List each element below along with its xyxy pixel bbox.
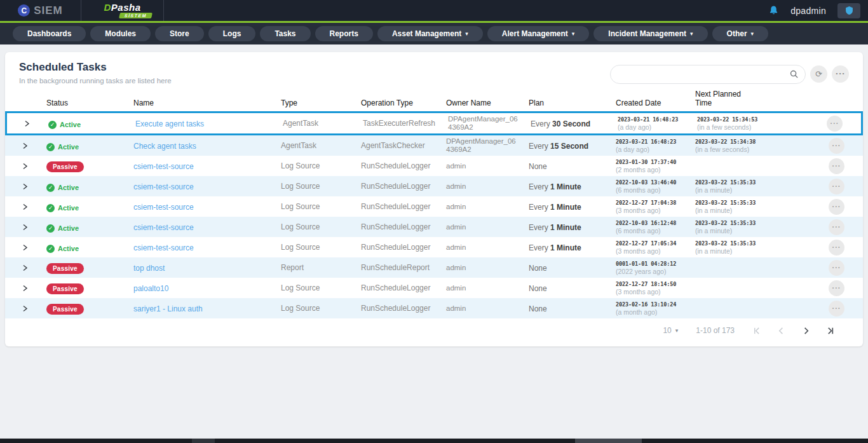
nav-item-modules[interactable]: Modules	[90, 26, 151, 41]
nav-item-other[interactable]: Other▾	[712, 26, 769, 41]
table-row[interactable]: ✓Active csiem-test-source Log Source Run…	[5, 237, 863, 257]
task-type: Log Source	[277, 243, 357, 252]
task-type: AgentTask	[277, 141, 357, 150]
username-label[interactable]: dpadmin	[790, 6, 826, 16]
chevron-down-icon: ▾	[690, 31, 693, 37]
row-menu-button[interactable]: ···	[827, 116, 843, 132]
created-date: 2022-12-27 17:04:38(3 months ago)	[612, 199, 691, 215]
task-name-link[interactable]: paloalto10	[133, 284, 168, 293]
table-row[interactable]: ✓Active Execute agent tasks AgentTask Ta…	[5, 111, 863, 135]
row-expand-chevron[interactable]	[21, 243, 29, 252]
table-row[interactable]: ✓Active Check agent tasks AgentTask Agen…	[5, 135, 863, 156]
task-name-link[interactable]: csiem-test-source	[133, 203, 194, 212]
nav-item-reports[interactable]: Reports	[315, 26, 373, 41]
page-size-select[interactable]: 10 ▾	[663, 326, 678, 335]
pagination-range: 1-10 of 173	[696, 326, 735, 335]
nav-item-asset-management[interactable]: Asset Management▾	[377, 26, 483, 41]
owner-name: admin	[442, 264, 522, 272]
table-row[interactable]: Passive csiem-test-source Log Source Run…	[5, 156, 863, 176]
nav-item-incident-management[interactable]: Incident Management▾	[593, 26, 707, 41]
table-row[interactable]: ✓Active csiem-test-source Log Source Run…	[5, 217, 863, 237]
task-name-link[interactable]: csiem-test-source	[133, 223, 194, 232]
table-row[interactable]: Passive paloalto10 Log Source RunSchedul…	[5, 278, 863, 298]
next-page-button[interactable]	[802, 327, 810, 335]
next-planned-time: 2023-03-22 15:35:33(in a minute)	[691, 179, 825, 194]
row-menu-button[interactable]: ···	[829, 219, 844, 235]
row-expand-chevron[interactable]	[21, 263, 29, 273]
nav-item-store[interactable]: Store	[155, 26, 204, 41]
plan: Every 1 Minute	[525, 221, 612, 233]
task-name-link[interactable]: csiem-test-source	[133, 162, 194, 171]
search-input[interactable]	[620, 70, 789, 79]
notifications-bell-icon[interactable]	[768, 5, 779, 16]
column-header-created-date: Created Date	[612, 99, 691, 108]
status-badge: ✓Active	[48, 121, 81, 129]
task-type: Log Source	[277, 283, 357, 292]
row-menu-button[interactable]: ···	[829, 138, 844, 154]
row-expand-chevron[interactable]	[21, 182, 29, 191]
task-name-link[interactable]: sariyer1 - Linux auth	[133, 304, 203, 313]
row-expand-chevron[interactable]	[21, 283, 29, 293]
table-row[interactable]: ✓Active csiem-test-source Log Source Run…	[5, 176, 863, 196]
scheduled-tasks-panel: Scheduled Tasks In the background runnin…	[5, 52, 863, 346]
status-badge: Passive	[46, 304, 84, 315]
task-name-link[interactable]: Execute agent tasks	[135, 119, 204, 128]
previous-page-button[interactable]	[777, 327, 785, 335]
refresh-button[interactable]: ⟳	[810, 65, 827, 83]
owner-name: admin	[442, 243, 522, 252]
plan: None	[525, 262, 612, 273]
plan: Every 1 Minute	[525, 181, 612, 192]
task-type: Log Source	[277, 182, 357, 191]
status-badge: Passive	[46, 263, 84, 274]
table-header: Status Name Type Operation Type Owner Na…	[5, 90, 863, 111]
task-name-link[interactable]: top dhost	[133, 264, 165, 273]
column-header-status: Status	[41, 99, 130, 108]
first-page-button[interactable]	[752, 327, 761, 335]
nav-item-dashboards[interactable]: Dashboards	[13, 26, 86, 41]
table-row[interactable]: Passive sariyer1 - Linux auth Log Source…	[5, 298, 863, 318]
row-expand-chevron[interactable]	[21, 141, 29, 151]
row-expand-chevron[interactable]	[21, 202, 29, 212]
active-check-icon: ✓	[46, 184, 55, 192]
task-name-link[interactable]: csiem-test-source	[133, 182, 194, 191]
table-options-button[interactable]: ···	[832, 65, 849, 83]
row-menu-button[interactable]: ···	[829, 280, 844, 296]
row-menu-button[interactable]: ···	[829, 260, 844, 276]
owner-name: admin	[442, 304, 522, 313]
refresh-icon: ⟳	[815, 70, 822, 78]
owner-name: admin	[442, 162, 522, 170]
last-page-button[interactable]	[827, 327, 835, 335]
row-expand-chevron[interactable]	[21, 161, 29, 171]
status-badge: ✓Active	[46, 245, 79, 253]
profile-shield-button[interactable]	[837, 3, 860, 18]
created-date: 2023-03-21 16:48:23(a day ago)	[614, 116, 693, 132]
row-expand-chevron[interactable]	[21, 222, 29, 232]
task-name-link[interactable]: Check agent tasks	[133, 142, 196, 151]
table-row[interactable]: Passive top dhost Report RunScheduleRepo…	[5, 257, 863, 278]
owner-name: DPAgentManager_06 4369A2	[444, 115, 524, 132]
created-date: 2023-01-30 17:37:40(2 months ago)	[612, 158, 691, 174]
operation-type: RunScheduleLogger	[357, 283, 442, 292]
row-menu-button[interactable]: ···	[829, 301, 844, 317]
nav-item-logs[interactable]: Logs	[208, 26, 256, 41]
task-name-link[interactable]: csiem-test-source	[133, 243, 194, 252]
plan: Every 15 Second	[525, 140, 612, 151]
nav-item-alert-management[interactable]: Alert Management▾	[487, 26, 590, 41]
plan: None	[525, 282, 612, 294]
row-menu-button[interactable]: ···	[829, 240, 844, 256]
owner-name: admin	[442, 223, 522, 231]
created-date: 2022-12-27 18:14:50(3 months ago)	[612, 280, 691, 296]
row-menu-button[interactable]: ···	[829, 179, 844, 194]
table-body: ✓Active Execute agent tasks AgentTask Ta…	[5, 111, 863, 318]
row-menu-button[interactable]: ···	[829, 199, 844, 215]
status-badge: ✓Active	[46, 204, 79, 212]
csiem-logo-icon: C	[18, 4, 30, 17]
nav-item-tasks[interactable]: Tasks	[260, 26, 310, 41]
row-menu-button[interactable]: ···	[829, 158, 844, 174]
csiem-logo: C SIEM	[0, 4, 81, 17]
row-expand-chevron[interactable]	[21, 304, 29, 313]
table-row[interactable]: ✓Active csiem-test-source Log Source Run…	[5, 196, 863, 217]
created-date: 2022-10-03 16:12:48(6 months ago)	[612, 219, 691, 235]
row-expand-chevron[interactable]	[23, 119, 31, 128]
created-date: 2022-12-27 17:05:34(3 months ago)	[612, 240, 691, 256]
